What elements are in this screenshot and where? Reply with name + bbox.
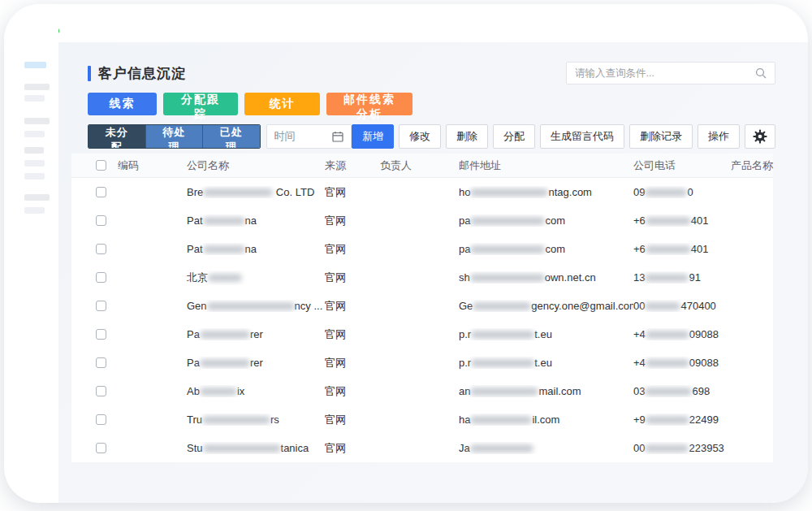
table-row[interactable]: Bre Co. LTD官网hontag.com090 bbox=[71, 178, 773, 206]
app-window: 客户信息沉淀 线索分配跟踪统计邮件线索分析 未分配待处理已处理 时间 bbox=[4, 4, 808, 503]
cell-source: 官网 bbox=[325, 327, 380, 342]
cell-email: anmail.com bbox=[459, 385, 633, 397]
row-checkbox[interactable] bbox=[96, 301, 106, 311]
redacted-text bbox=[470, 444, 533, 453]
sidebar bbox=[4, 4, 58, 503]
cell-email: shown.net.cn bbox=[459, 271, 633, 284]
cell-email: pacom bbox=[459, 243, 633, 255]
redacted-text bbox=[470, 388, 538, 396]
email-clue-analysis-nav-button[interactable]: 邮件线索分析 bbox=[326, 93, 412, 115]
sidebar-item[interactable] bbox=[24, 131, 45, 137]
assign-button[interactable]: 分配 bbox=[493, 124, 535, 149]
row-checkbox[interactable] bbox=[96, 329, 106, 340]
statistics-nav-button[interactable]: 统计 bbox=[244, 93, 320, 115]
column-header: 来源 bbox=[325, 158, 380, 173]
nav-row: 线索分配跟踪统计邮件线索分析 bbox=[88, 93, 775, 115]
column-header: 公司电话 bbox=[633, 158, 731, 173]
clues-nav-button[interactable]: 线索 bbox=[88, 93, 157, 115]
row-checkbox[interactable] bbox=[96, 386, 106, 396]
redacted-text bbox=[645, 388, 692, 396]
table-row[interactable]: Genncy ...官网Gegency.one@gmail.com0047040… bbox=[71, 292, 773, 320]
settings-button[interactable] bbox=[745, 124, 775, 149]
sidebar-item[interactable] bbox=[24, 95, 45, 102]
status-tab-processed[interactable]: 已处理 bbox=[202, 125, 260, 148]
row-checkbox[interactable] bbox=[96, 187, 106, 197]
sidebar-item[interactable] bbox=[24, 194, 50, 201]
generate-message-code-button[interactable]: 生成留言代码 bbox=[540, 124, 624, 149]
redacted-text bbox=[646, 245, 691, 253]
cell-email: Ja bbox=[459, 442, 633, 454]
redacted-text bbox=[200, 388, 237, 396]
table-header: 编码公司名称来源负责人邮件地址公司电话产品名称 bbox=[71, 154, 773, 178]
cell-company: Genncy ... bbox=[187, 300, 325, 312]
sidebar-item[interactable] bbox=[24, 207, 45, 214]
main-panel: 客户信息沉淀 线索分配跟踪统计邮件线索分析 未分配待处理已处理 时间 bbox=[58, 42, 808, 503]
cell-email: p.rt.eu bbox=[459, 328, 633, 340]
sidebar-item[interactable] bbox=[24, 147, 44, 154]
row-checkbox[interactable] bbox=[96, 414, 106, 425]
table-row[interactable]: Abix官网anmail.com03698 bbox=[71, 377, 773, 405]
date-filter-label: 时间 bbox=[274, 129, 296, 144]
redacted-text bbox=[203, 444, 281, 453]
row-checkbox[interactable] bbox=[96, 244, 106, 254]
sidebar-item[interactable] bbox=[24, 160, 45, 167]
delete-records-button[interactable]: 删除记录 bbox=[629, 124, 693, 149]
redacted-text bbox=[200, 359, 250, 367]
redacted-text bbox=[203, 245, 245, 253]
search-box bbox=[566, 62, 775, 84]
column-header: 产品名称 bbox=[731, 158, 773, 173]
table-row[interactable]: Parer官网p.rt.eu+409088 bbox=[71, 320, 773, 349]
select-all-checkbox[interactable] bbox=[96, 160, 106, 171]
cell-company: 北京 bbox=[187, 271, 325, 285]
date-filter[interactable]: 时间 bbox=[266, 124, 352, 149]
sidebar-item-active[interactable] bbox=[24, 62, 46, 68]
column-header: 公司名称 bbox=[187, 158, 325, 173]
cell-company: Parer bbox=[187, 328, 325, 340]
row-checkbox[interactable] bbox=[96, 215, 106, 226]
search-icon[interactable] bbox=[755, 67, 767, 79]
table-body: Bre Co. LTD官网hontag.com090Patna官网pacom+6… bbox=[71, 178, 773, 462]
status-tab-unassigned[interactable]: 未分配 bbox=[89, 125, 145, 148]
delete-button[interactable]: 删除 bbox=[446, 124, 488, 149]
table-row[interactable]: Trurs官网hail.com+922499 bbox=[71, 405, 773, 434]
redacted-text bbox=[470, 217, 545, 225]
table-row[interactable]: Stutanica官网Ja00223953 bbox=[71, 434, 773, 462]
cell-phone: 1391 bbox=[633, 271, 731, 284]
cell-phone: +409088 bbox=[633, 328, 731, 340]
sidebar-item[interactable] bbox=[24, 84, 50, 90]
cell-source: 官网 bbox=[325, 299, 380, 314]
redacted-text bbox=[646, 217, 691, 225]
cell-company: Patna bbox=[187, 214, 325, 227]
column-header: 负责人 bbox=[380, 158, 459, 173]
edit-button[interactable]: 修改 bbox=[399, 124, 441, 149]
cell-source: 官网 bbox=[325, 413, 380, 427]
status-tab-pending[interactable]: 待处理 bbox=[145, 125, 203, 148]
table-row[interactable]: Patna官网pacom+6401 bbox=[71, 235, 773, 263]
cell-company: Bre Co. LTD bbox=[187, 186, 325, 198]
operate-button[interactable]: 操作 bbox=[698, 124, 740, 149]
sidebar-item[interactable] bbox=[24, 173, 45, 180]
sidebar-item[interactable] bbox=[24, 118, 50, 124]
search-input[interactable] bbox=[575, 67, 755, 79]
cell-phone: +6401 bbox=[633, 214, 731, 227]
table-row[interactable]: Patna官网pacom+6401 bbox=[71, 206, 773, 235]
column-header: 编码 bbox=[118, 158, 187, 173]
row-checkbox[interactable] bbox=[96, 272, 106, 283]
row-checkbox[interactable] bbox=[96, 443, 106, 453]
add-button[interactable]: 新增 bbox=[352, 124, 394, 149]
redacted-text bbox=[470, 274, 545, 282]
cell-phone: +6401 bbox=[633, 243, 731, 255]
assign-tracking-nav-button[interactable]: 分配跟踪 bbox=[163, 93, 238, 115]
column-header: 邮件地址 bbox=[459, 158, 633, 173]
redacted-text bbox=[470, 416, 532, 424]
cell-email: pacom bbox=[459, 214, 633, 227]
cell-company: Stutanica bbox=[187, 442, 325, 454]
redacted-text bbox=[203, 217, 245, 225]
row-checkbox[interactable] bbox=[96, 357, 106, 368]
table-row[interactable]: 北京官网shown.net.cn1391 bbox=[71, 263, 773, 292]
cell-company: Parer bbox=[187, 357, 325, 369]
cell-email: hontag.com bbox=[459, 186, 633, 198]
table-row[interactable]: Parer官网p.rt.eu+409088 bbox=[71, 349, 773, 377]
redacted-text bbox=[471, 331, 534, 339]
redacted-text bbox=[200, 331, 250, 339]
